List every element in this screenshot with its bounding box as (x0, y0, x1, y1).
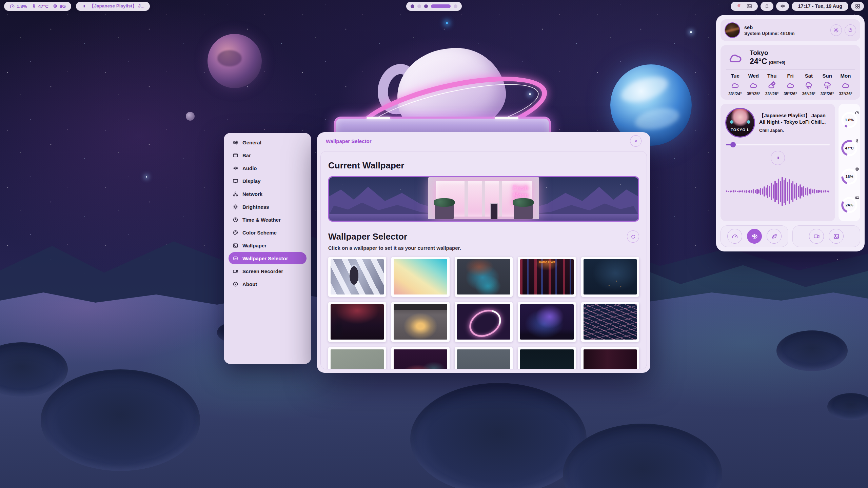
wallpaper-thumb-nebula-forest[interactable] (518, 302, 576, 342)
wallpaper-thumb-lofi-coffee-shop[interactable]: ローファイコーヒー (391, 302, 449, 342)
clock-icon (233, 217, 238, 223)
system-stats-pill[interactable]: 1.8% 47°C 8G (4, 2, 71, 11)
wallpaper-thumb-wireframe-wave[interactable] (581, 302, 639, 342)
sidebar-item-wallpaper-selector[interactable]: Wallpaper Selector (229, 252, 307, 264)
close-button[interactable] (630, 135, 642, 147)
sidebar-item-brightness[interactable]: Brightness (229, 201, 307, 213)
weather-temp: 24°C (750, 57, 767, 66)
image-frame-icon (233, 256, 238, 261)
waveform-bar (827, 190, 828, 192)
wallpaper-image (520, 304, 573, 340)
wallpaper-thumb-blur-abstract[interactable] (455, 257, 513, 297)
image-icon (233, 243, 238, 248)
monitor-icon (233, 178, 238, 184)
wallpaper-thumb-maroon-dusk[interactable] (581, 347, 639, 369)
wallpaper-image (584, 259, 637, 294)
forecast-sun: Sun33°/26° (819, 73, 836, 96)
waveform-bar (789, 179, 790, 204)
sidebar-item-audio[interactable]: Audio (229, 162, 307, 174)
forecast-temps: 33°/26° (821, 92, 834, 96)
sidebar-item-bar[interactable]: Bar (229, 149, 307, 161)
waveform-bar (814, 189, 815, 194)
forecast-day: Wed (748, 73, 759, 79)
crater (776, 330, 848, 371)
tray-app-icon-1[interactable] (736, 3, 742, 9)
bar-left-cluster: 1.8% 47°C 8G 【Japanese Playlist】 J... (4, 2, 150, 11)
wallpaper-thumb-misty-gray[interactable] (328, 347, 386, 369)
sidebar-item-screen-recorder[interactable]: Screen Recorder (229, 265, 307, 277)
current-wallpaper-preview[interactable]: Fresh Moon Beans (328, 176, 639, 222)
sidebar-item-color-scheme[interactable]: Color Scheme (229, 226, 307, 239)
wallpaper-thumb-crimson-forest[interactable] (328, 302, 386, 342)
wallpaper-thumb-neon-arcade[interactable]: Game Over (518, 257, 576, 297)
sidebar-item-time-weather[interactable]: Time & Weather (229, 214, 307, 226)
slider-track (726, 144, 830, 146)
workspace-dot-1[interactable] (411, 4, 414, 8)
wallpaper-image: Game Over (520, 259, 573, 294)
screen-record-button[interactable] (809, 229, 824, 244)
tray-app-icon-2[interactable] (746, 3, 752, 9)
screenshot-button[interactable] (829, 229, 844, 244)
username: seb (744, 25, 795, 30)
video-icon (233, 268, 238, 274)
wallpaper-thumb-dark-navy[interactable] (518, 347, 576, 369)
profile-powersave-button[interactable] (767, 229, 782, 244)
cloud-icon (841, 81, 850, 89)
profile-performance-button[interactable] (727, 229, 742, 244)
wallpaper-thumb-pastel-gradient[interactable] (391, 257, 449, 297)
sidebar-item-display[interactable]: Display (229, 175, 307, 187)
sidebar-item-wallpaper[interactable]: Wallpaper (229, 239, 307, 251)
volume-button[interactable] (776, 2, 789, 11)
wallpaper-image (457, 259, 510, 294)
now-playing-pill[interactable]: 【Japanese Playlist】 J... (76, 2, 150, 11)
forecast-tue: Tue33°/24° (727, 73, 744, 96)
sidebar-item-general[interactable]: General (229, 136, 307, 148)
wallpaper-image (520, 349, 573, 369)
settings-content: Current Wallpaper Fresh Moon Beans Wallp… (320, 151, 647, 369)
waveform-bar (819, 190, 821, 192)
clock[interactable]: 17:17 - Tue, 19 Aug (792, 2, 848, 11)
waveform-bar (805, 188, 806, 195)
wallpaper-thumb-black-hole[interactable] (455, 302, 513, 342)
waveform-bar (758, 189, 760, 194)
memory-stat: 8G (53, 3, 66, 9)
rain-icon (804, 81, 813, 89)
forecast-temps: 33°/24° (728, 92, 742, 96)
workspace-dot-2[interactable] (417, 4, 421, 8)
forecast-sat: Sat36°/26° (800, 73, 817, 96)
wallpaper-thumb-night-village[interactable] (581, 257, 639, 297)
storm-icon (823, 81, 832, 89)
media-progress-thumb[interactable] (730, 142, 736, 147)
workspace-dot-4[interactable] (431, 4, 451, 8)
wallpaper-thumb-anime-crosswalk[interactable] (328, 257, 386, 297)
workspace-dot-3[interactable] (424, 4, 428, 8)
temp-value: 47°C (38, 4, 48, 9)
power-button[interactable] (845, 24, 856, 36)
seek-slider[interactable] (726, 142, 830, 147)
workspace-dot-5[interactable] (454, 4, 457, 8)
sidebar-item-about[interactable]: About (229, 278, 307, 290)
profile-balanced-button[interactable] (747, 229, 762, 244)
wallpaper-thumb-coral-night[interactable] (391, 347, 449, 369)
waveform-bar (787, 182, 788, 201)
waveform-bar (825, 190, 826, 192)
forecast-day: Tue (731, 73, 739, 79)
gauge-cpu-usage: 1.8% (841, 111, 858, 129)
sidebar-item-network[interactable]: Network (229, 188, 307, 200)
bar-center-cluster (406, 2, 462, 11)
overview-button[interactable] (851, 2, 864, 11)
waveform-bar (774, 181, 776, 202)
album-art: TOKYO L (725, 108, 755, 138)
refresh-button[interactable] (627, 230, 639, 243)
wallpaper-thumb-slate[interactable] (455, 347, 513, 369)
notifications-button[interactable] (761, 2, 773, 11)
play-pause-button[interactable] (771, 151, 785, 165)
system-tray (731, 2, 758, 11)
settings-button[interactable] (830, 24, 842, 36)
waveform-bar (798, 186, 799, 197)
sidebar-item-label: Wallpaper Selector (242, 256, 288, 261)
sidebar-item-label: Audio (242, 165, 257, 171)
waveform-bar (738, 190, 740, 192)
crater (41, 369, 200, 471)
waveform-bar (823, 190, 824, 192)
